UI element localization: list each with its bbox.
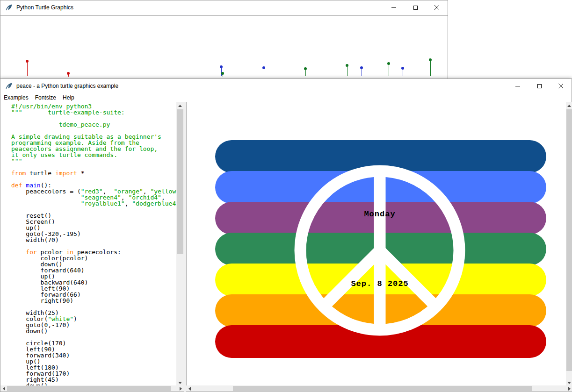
close-icon bbox=[434, 5, 439, 10]
window-content: #!/usr/bin/env python3""" turtle-example… bbox=[0, 102, 572, 392]
arrow-down-icon bbox=[178, 382, 182, 384]
arrow-left-icon bbox=[188, 387, 191, 391]
code-hscrollbar[interactable] bbox=[0, 385, 184, 392]
arrow-right-icon bbox=[568, 387, 571, 391]
arrow-up-icon bbox=[567, 105, 571, 107]
scroll-left-button[interactable] bbox=[0, 385, 7, 392]
turtle-app-icon bbox=[5, 82, 13, 90]
close-button[interactable] bbox=[550, 79, 572, 93]
code-vscrollbar[interactable] bbox=[176, 102, 184, 386]
code-line: right(90) bbox=[11, 298, 176, 304]
arrow-right-icon bbox=[180, 387, 182, 391]
code-line: """ bbox=[11, 158, 176, 164]
code-text[interactable]: #!/usr/bin/env python3""" turtle-example… bbox=[0, 102, 176, 386]
menu-examples[interactable]: Examples bbox=[0, 93, 32, 102]
arrow-up-icon bbox=[178, 105, 182, 107]
background-window-title: Python Turtle Graphics bbox=[16, 4, 73, 11]
maximize-button[interactable] bbox=[529, 79, 550, 93]
peace-symbol bbox=[187, 102, 566, 386]
canvas-vscrollbar[interactable] bbox=[566, 102, 572, 386]
code-line: down() bbox=[11, 328, 176, 334]
background-window-controls bbox=[383, 0, 448, 14]
code-line: """ turtle-example-suite: bbox=[11, 109, 176, 115]
scroll-left-button[interactable] bbox=[186, 385, 193, 392]
scroll-right-button[interactable] bbox=[177, 385, 184, 392]
code-hscroll-thumb[interactable] bbox=[7, 386, 171, 391]
close-icon bbox=[558, 84, 563, 88]
maximize-icon bbox=[537, 84, 542, 88]
menubar: Examples Fontsize Help bbox=[0, 93, 572, 102]
minimize-button[interactable] bbox=[507, 79, 529, 93]
demo-window-controls bbox=[507, 79, 572, 93]
scroll-up-button[interactable] bbox=[176, 102, 184, 109]
canvas-hscrollbar[interactable] bbox=[186, 385, 572, 392]
date-text: Sep. 8 2025 bbox=[351, 279, 408, 288]
weekday-text: Monday bbox=[364, 210, 395, 219]
code-line: it only uses turtle commands. bbox=[11, 152, 176, 158]
demo-window-title: peace - a Python turtle graphics example bbox=[16, 83, 118, 89]
close-button[interactable] bbox=[426, 0, 448, 14]
scroll-up-button[interactable] bbox=[566, 102, 572, 109]
menu-help[interactable]: Help bbox=[59, 93, 78, 102]
canvas-vscroll-thumb[interactable] bbox=[566, 109, 572, 371]
code-line: "royalblue1", "dodgerblue4") bbox=[11, 200, 176, 207]
code-vscroll-thumb[interactable] bbox=[177, 109, 183, 254]
scroll-right-button[interactable] bbox=[566, 385, 572, 392]
minimize-icon bbox=[391, 7, 396, 8]
maximize-icon bbox=[413, 6, 418, 10]
minimize-icon bbox=[515, 86, 520, 86]
canvas-hscroll-thumb[interactable] bbox=[233, 386, 532, 391]
maximize-button[interactable] bbox=[405, 0, 426, 14]
arrow-left-icon bbox=[3, 387, 5, 391]
menu-fontsize[interactable]: Fontsize bbox=[32, 93, 59, 102]
minimize-button[interactable] bbox=[383, 0, 405, 14]
background-titlebar[interactable]: Python Turtle Graphics bbox=[0, 0, 448, 14]
code-line: tdemo_peace.py bbox=[11, 121, 176, 128]
demo-titlebar[interactable]: peace - a Python turtle graphics example bbox=[0, 79, 572, 93]
turtle-app-icon bbox=[5, 4, 13, 11]
demo-window: peace - a Python turtle graphics example… bbox=[0, 78, 572, 392]
code-line: from turtle import * bbox=[11, 170, 176, 176]
arrow-down-icon bbox=[567, 382, 571, 384]
code-line: width(70) bbox=[11, 237, 176, 243]
graphics-canvas: Monday Sep. 8 2025 bbox=[186, 102, 566, 386]
